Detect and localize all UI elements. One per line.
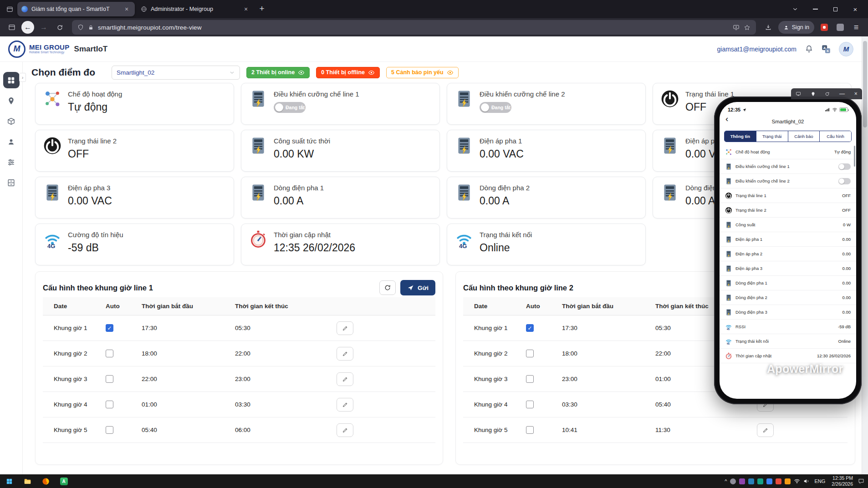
auto-checkbox[interactable]	[106, 401, 113, 408]
window-maximize-button[interactable]	[825, 0, 845, 18]
start-button[interactable]	[0, 474, 18, 488]
online-devices-badge[interactable]: 2 Thiết bị online	[246, 67, 310, 78]
auto-checkbox[interactable]	[106, 375, 113, 383]
tray-network-icon[interactable]	[794, 478, 800, 484]
low-battery-warning-badge[interactable]: 5 Cảnh báo pin yếu	[386, 67, 459, 78]
tray-bluetooth-icon[interactable]	[766, 478, 772, 484]
tray-app2-icon[interactable]	[748, 478, 754, 484]
tray-expand-icon[interactable]: ^	[725, 478, 727, 484]
rotate-icon[interactable]	[825, 92, 830, 97]
phone-tab-trang-thai[interactable]: Trạng thái	[756, 131, 788, 142]
translate-icon[interactable]	[822, 45, 831, 54]
sidebar-item-devices[interactable]	[3, 113, 20, 129]
edit-row-button[interactable]	[757, 423, 774, 437]
firefox-taskbar-icon[interactable]	[36, 474, 55, 488]
new-tab-button[interactable]: +	[255, 3, 269, 15]
downloads-icon[interactable]	[761, 20, 776, 35]
device-select[interactable]: Smartlight_02	[112, 66, 240, 80]
auto-checkbox[interactable]	[526, 375, 534, 383]
sidebar-item-dashboard[interactable]	[3, 72, 20, 88]
sidebar-toggle-icon[interactable]	[5, 20, 19, 35]
pin-icon[interactable]	[811, 92, 816, 97]
list-tabs-icon[interactable]	[785, 0, 805, 18]
language-indicator[interactable]: ENG	[814, 478, 825, 484]
edit-row-button[interactable]	[337, 347, 353, 361]
tray-volume-icon[interactable]	[803, 478, 810, 484]
refresh-button[interactable]	[379, 280, 396, 295]
notification-bell-icon[interactable]	[805, 45, 813, 53]
auto-checkbox[interactable]	[526, 401, 534, 408]
auto-checkbox[interactable]	[526, 350, 534, 357]
back-chevron-icon[interactable]: ‹	[725, 114, 728, 124]
forward-button[interactable]: →	[36, 20, 51, 35]
auto-checkbox[interactable]	[106, 324, 113, 332]
file-explorer-icon[interactable]	[18, 474, 36, 488]
url-text[interactable]: smartlight.meigroupiot.com/tree-view	[98, 24, 729, 31]
edit-row-button[interactable]	[337, 321, 353, 335]
sidebar-item-locations[interactable]	[3, 92, 20, 109]
bookmark-star-icon[interactable]	[744, 24, 751, 31]
edit-row-button[interactable]	[337, 423, 353, 437]
edit-row-button[interactable]	[337, 372, 353, 386]
meter-icon	[725, 294, 732, 301]
sidebar-collapse-button[interactable]: ›	[19, 73, 26, 82]
scrollbar-thumb[interactable]	[863, 41, 867, 127]
cast-icon[interactable]	[796, 91, 801, 97]
action-center-icon[interactable]	[858, 478, 864, 484]
page-toolbar: Chọn điểm đo Smartlight_02 2 Thiết bị on…	[23, 62, 862, 83]
tray-app1-icon[interactable]	[739, 478, 745, 484]
power-icon	[660, 89, 679, 108]
back-button[interactable]: ←	[20, 20, 35, 35]
sidebar-item-users[interactable]	[3, 133, 20, 150]
sign-in-button[interactable]: Sign in	[778, 21, 814, 34]
hamburger-menu-icon[interactable]: ≡	[849, 20, 863, 35]
meter-icon	[725, 163, 732, 170]
phone-toggle[interactable]	[838, 178, 851, 184]
pencil-icon	[342, 376, 348, 382]
auto-checkbox[interactable]	[106, 350, 113, 357]
auto-checkbox[interactable]	[106, 426, 113, 434]
offline-devices-badge[interactable]: 0 Thiết bị offline	[316, 67, 380, 78]
tray-vlc-icon[interactable]	[776, 478, 781, 484]
tracking-shield-icon[interactable]	[77, 24, 84, 30]
window-close-button[interactable]: ×	[845, 0, 865, 18]
apowermirror-taskbar-icon[interactable]: A	[55, 474, 73, 488]
browser-tab-inactive[interactable]: Administrator - Meigroup ×	[137, 2, 254, 16]
send-button[interactable]: Gửi	[400, 280, 435, 295]
auto-checkbox[interactable]	[526, 324, 534, 332]
phone-tab-canh-bao[interactable]: Cảnh báo	[788, 131, 820, 142]
tab-close-icon[interactable]: ×	[242, 5, 250, 13]
phone-tab-thong-tin[interactable]: Thông tin	[725, 131, 756, 142]
phone-toggle[interactable]	[838, 163, 851, 170]
tray-shield-icon[interactable]	[785, 478, 791, 484]
window-minimize-button[interactable]	[805, 0, 825, 18]
sidebar-item-settings[interactable]	[3, 154, 20, 170]
firefox-view-icon[interactable]	[3, 3, 16, 15]
auto-checkbox[interactable]	[526, 426, 534, 434]
tray-app3-icon[interactable]	[757, 478, 763, 484]
minimize-icon[interactable]: —	[839, 91, 845, 97]
extensions-icon[interactable]	[833, 20, 848, 35]
close-icon[interactable]: ×	[854, 91, 858, 97]
lock-icon[interactable]	[88, 25, 94, 30]
user-email[interactable]: giamsat1@meigroupiot.com	[717, 46, 797, 53]
mirror-toolbar: — ×	[791, 88, 862, 99]
browser-tab-active[interactable]: Giám sát tổng quan - SmartIoT ×	[17, 2, 135, 16]
avatar[interactable]: M	[839, 42, 853, 56]
url-bar[interactable]: smartlight.meigroupiot.com/tree-view	[72, 20, 756, 35]
wifi-4g-icon	[725, 338, 732, 345]
sidebar-item-assets[interactable]	[3, 174, 20, 191]
tab-close-icon[interactable]: ×	[123, 5, 131, 13]
table-row: Khung giờ 3 22:00 23:00	[43, 366, 435, 392]
force-line1-toggle[interactable]: Đang tắt	[274, 102, 306, 113]
tray-account-icon[interactable]	[730, 478, 736, 484]
reload-button[interactable]	[52, 20, 67, 35]
meter-icon	[725, 309, 732, 316]
taskbar-clock[interactable]: 12:35 PM 2/26/2026	[832, 475, 853, 487]
phone-tab-cau-hinh[interactable]: Cấu hình	[819, 131, 851, 142]
edit-row-button[interactable]	[337, 398, 353, 412]
page-scrollbar[interactable]	[862, 36, 868, 474]
extension-red-icon[interactable]	[817, 20, 832, 35]
save-page-icon[interactable]	[733, 24, 740, 31]
force-line2-toggle[interactable]: Đang tắt	[480, 102, 511, 113]
